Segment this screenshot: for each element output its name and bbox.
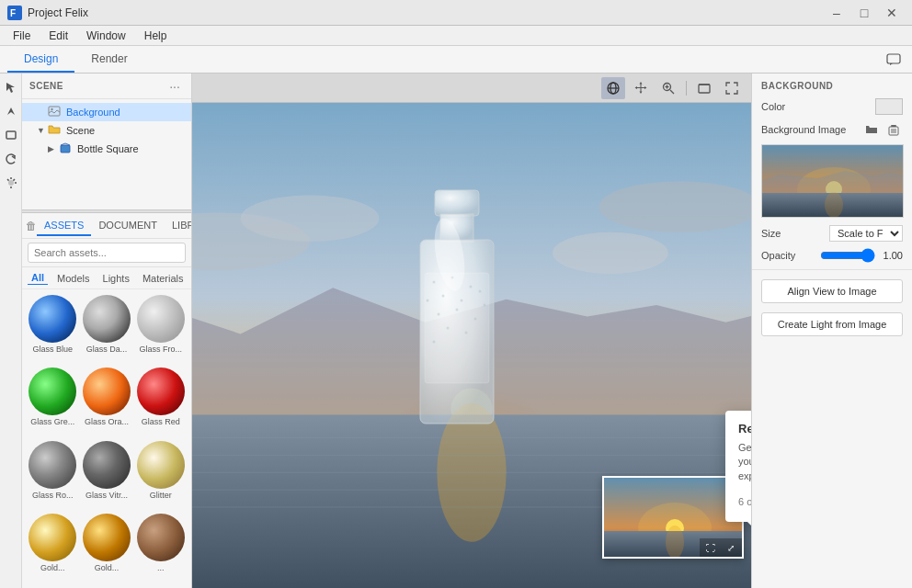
frame-tool-btn[interactable] xyxy=(692,77,716,99)
glitter-thumb xyxy=(137,441,185,489)
bg-image-label: Background Image xyxy=(761,124,859,135)
menu-edit[interactable]: Edit xyxy=(40,28,77,44)
assets-tab-assets[interactable]: ASSETS xyxy=(37,216,91,236)
tree-item-scene[interactable]: ▼ Scene xyxy=(22,121,191,140)
bg-image-row: Background Image xyxy=(752,119,912,141)
scene-tree: Background ▼ Scene ▶ Bottle Square xyxy=(22,99,191,209)
filter-all-btn[interactable]: All xyxy=(28,271,48,285)
orbit-tool-btn[interactable] xyxy=(601,77,625,99)
asset-glitter-label: Glitter xyxy=(137,491,185,500)
asset-gold1[interactable]: Gold... xyxy=(28,514,78,582)
assets-search xyxy=(22,239,191,267)
asset-gold2[interactable]: Gold... xyxy=(82,514,132,582)
color-row: Color xyxy=(752,95,912,119)
close-button[interactable]: ✕ xyxy=(879,3,905,23)
glass-orange-thumb xyxy=(83,368,131,415)
bottle-model[interactable] xyxy=(383,181,530,450)
main-layout: SCENE ··· Background ▼ Scene xyxy=(0,74,912,588)
asset-brown[interactable]: ... xyxy=(135,514,186,582)
tab-bar: Design Render xyxy=(0,46,912,74)
assets-filter-row: All Models Lights Materials xyxy=(22,267,191,289)
menu-window[interactable]: Window xyxy=(77,28,135,44)
assets-grid: Glass Blue Glass Da... Glass Fro... Glas… xyxy=(22,289,191,588)
asset-glitter[interactable]: Glitter xyxy=(135,441,186,510)
asset-glass-blue-label: Glass Blue xyxy=(28,345,76,354)
asset-glass-orange[interactable]: Glass Ora... xyxy=(82,368,132,436)
svg-point-43 xyxy=(442,295,445,298)
tab-render[interactable]: Render xyxy=(74,46,143,73)
create-light-label: Create Light from Image xyxy=(778,319,887,330)
opacity-row: Opacity 1.00 xyxy=(752,245,912,266)
zoom-tool-btn[interactable] xyxy=(656,77,680,99)
svg-point-44 xyxy=(461,300,463,302)
svg-rect-2 xyxy=(887,54,900,63)
canvas-viewport[interactable]: Render Preview Get an instant preview of… xyxy=(192,103,751,588)
tree-item-bottle[interactable]: ▶ Bottle Square xyxy=(22,140,191,158)
svg-point-42 xyxy=(470,286,473,288)
filter-lights-btn[interactable]: Lights xyxy=(99,272,133,285)
asset-glass-vitr-label: Glass Vitr... xyxy=(83,491,131,500)
asset-glass-frost[interactable]: Glass Fro... xyxy=(135,295,186,364)
left-toolbar xyxy=(0,74,22,588)
color-swatch[interactable] xyxy=(875,98,903,115)
svg-rect-20 xyxy=(699,85,710,93)
svg-line-5 xyxy=(13,179,15,181)
svg-point-50 xyxy=(465,332,468,334)
maximize-button[interactable]: □ xyxy=(851,3,877,23)
svg-rect-64 xyxy=(891,125,896,127)
asset-glass-green[interactable]: Glass Gre... xyxy=(28,368,78,436)
asset-glass-rough[interactable]: Glass Ro... xyxy=(28,441,78,510)
asset-gold1-label: Gold... xyxy=(28,563,76,572)
popup-arrow xyxy=(747,522,751,529)
magic-tool-btn[interactable] xyxy=(1,173,21,193)
align-view-label: Align View to Image xyxy=(787,286,876,297)
app-title: Project Felix xyxy=(28,6,824,19)
size-row: Size Scale to Fit Fill Stretch Tile xyxy=(752,221,912,245)
svg-point-26 xyxy=(241,196,380,242)
assets-tab-libraries[interactable]: LIBRARIES xyxy=(165,216,191,236)
assets-tab-document[interactable]: DOCUMENT xyxy=(91,216,165,236)
align-view-btn[interactable]: Align View to Image xyxy=(761,279,903,303)
app-icon: F xyxy=(7,6,22,20)
asset-glass-red[interactable]: Glass Red xyxy=(135,368,186,436)
rotate-tool-btn[interactable] xyxy=(1,149,21,169)
search-input[interactable] xyxy=(28,243,186,263)
svg-point-53 xyxy=(427,300,429,302)
bg-image-thumbnail[interactable] xyxy=(761,144,904,218)
render-preview-description: Get an instant preview of changes to you… xyxy=(738,441,751,483)
canvas-area: Render Preview Get an instant preview of… xyxy=(192,74,751,588)
tree-item-background[interactable]: Background xyxy=(22,103,191,121)
opacity-slider[interactable] xyxy=(820,249,875,262)
bg-image-trash-btn[interactable] xyxy=(884,120,903,139)
chat-icon[interactable] xyxy=(883,49,905,71)
mini-preview-toolbar: ⛶ ⤢ xyxy=(700,538,742,557)
assets-trash-btn[interactable]: 🗑 xyxy=(26,220,37,232)
render-preview-count: 6 of 9 xyxy=(738,496,751,507)
glass-green-thumb xyxy=(28,368,76,415)
select-tool-btn[interactable] xyxy=(1,77,21,97)
mini-fullscreen-btn[interactable]: ⤢ xyxy=(722,540,740,555)
mini-expand-btn[interactable]: ⛶ xyxy=(701,540,720,555)
filter-materials-btn[interactable]: Materials xyxy=(139,272,188,285)
menu-file[interactable]: File xyxy=(4,28,40,44)
asset-glass-dark[interactable]: Glass Da... xyxy=(82,295,132,364)
svg-point-47 xyxy=(456,309,459,311)
arrow-tool-btn[interactable] xyxy=(1,101,21,121)
create-light-btn[interactable]: Create Light from Image xyxy=(761,312,903,336)
asset-glass-blue[interactable]: Glass Blue xyxy=(28,295,78,364)
bg-image-folder-btn[interactable] xyxy=(862,120,881,139)
expand-tool-btn[interactable] xyxy=(720,77,744,99)
size-select[interactable]: Scale to Fit Fill Stretch Tile xyxy=(829,225,903,242)
tab-design[interactable]: Design xyxy=(7,46,74,73)
menu-help[interactable]: Help xyxy=(135,28,177,44)
minimize-button[interactable]: – xyxy=(824,3,849,23)
rect-tool-btn[interactable] xyxy=(1,125,21,145)
filter-models-btn[interactable]: Models xyxy=(53,272,93,285)
scene-more-btn[interactable]: ··· xyxy=(165,79,184,94)
asset-glass-vitr[interactable]: Glass Vitr... xyxy=(82,441,132,510)
assets-section: 🗑 ASSETS DOCUMENT LIBRARIES ··· All Mode… xyxy=(22,213,191,588)
svg-point-9 xyxy=(8,180,14,186)
svg-rect-3 xyxy=(6,131,16,139)
pan-tool-btn[interactable] xyxy=(629,77,653,99)
svg-rect-36 xyxy=(435,190,479,216)
